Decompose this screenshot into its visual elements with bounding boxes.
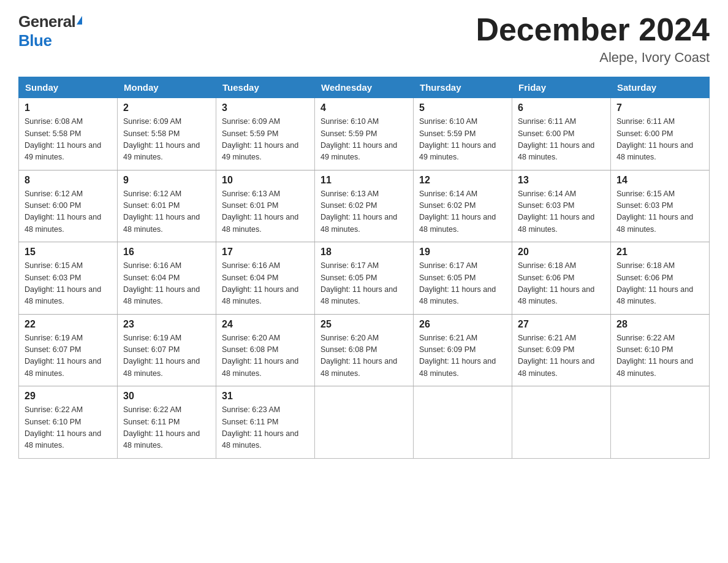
day-number: 3	[222, 102, 309, 113]
day-number: 6	[518, 102, 605, 113]
calendar-cell: 24Sunrise: 6:20 AMSunset: 6:08 PMDayligh…	[216, 314, 315, 386]
day-number: 21	[616, 247, 703, 258]
calendar-cell: 13Sunrise: 6:14 AMSunset: 6:03 PMDayligh…	[512, 170, 611, 242]
calendar-week-row-5: 29Sunrise: 6:22 AMSunset: 6:10 PMDayligh…	[19, 386, 710, 459]
day-number: 9	[123, 175, 210, 186]
day-info: Sunrise: 6:16 AMSunset: 6:04 PMDaylight:…	[222, 260, 309, 308]
day-info: Sunrise: 6:23 AMSunset: 6:11 PMDaylight:…	[222, 404, 309, 452]
calendar-header-thursday: Thursday	[414, 77, 512, 98]
day-info: Sunrise: 6:19 AMSunset: 6:07 PMDaylight:…	[123, 332, 210, 380]
day-info: Sunrise: 6:09 AMSunset: 5:59 PMDaylight:…	[222, 116, 309, 164]
day-info: Sunrise: 6:13 AMSunset: 6:01 PMDaylight:…	[222, 188, 309, 236]
day-number: 7	[616, 102, 703, 113]
day-number: 13	[518, 175, 605, 186]
calendar-cell: 10Sunrise: 6:13 AMSunset: 6:01 PMDayligh…	[216, 170, 315, 242]
day-info: Sunrise: 6:17 AMSunset: 6:05 PMDaylight:…	[419, 260, 506, 308]
day-number: 8	[25, 175, 112, 186]
calendar-cell: 6Sunrise: 6:11 AMSunset: 6:00 PMDaylight…	[512, 98, 611, 170]
calendar-cell: 3Sunrise: 6:09 AMSunset: 5:59 PMDaylight…	[216, 98, 315, 170]
day-info: Sunrise: 6:21 AMSunset: 6:09 PMDaylight:…	[518, 332, 605, 380]
calendar-cell: 31Sunrise: 6:23 AMSunset: 6:11 PMDayligh…	[216, 386, 315, 459]
day-info: Sunrise: 6:20 AMSunset: 6:08 PMDaylight:…	[222, 332, 309, 380]
day-number: 23	[123, 319, 210, 330]
calendar-cell: 26Sunrise: 6:21 AMSunset: 6:09 PMDayligh…	[414, 314, 512, 386]
logo: General Blue	[18, 12, 82, 50]
day-info: Sunrise: 6:14 AMSunset: 6:02 PMDaylight:…	[419, 188, 506, 236]
calendar-header-sunday: Sunday	[19, 77, 118, 98]
day-number: 29	[25, 391, 112, 402]
day-info: Sunrise: 6:10 AMSunset: 5:59 PMDaylight:…	[320, 116, 408, 164]
location: Alepe, Ivory Coast	[476, 50, 710, 66]
calendar-header-wednesday: Wednesday	[315, 77, 414, 98]
day-number: 18	[320, 247, 408, 258]
calendar-cell: 20Sunrise: 6:18 AMSunset: 6:06 PMDayligh…	[512, 242, 611, 315]
calendar-header-tuesday: Tuesday	[216, 77, 315, 98]
calendar-cell: 11Sunrise: 6:13 AMSunset: 6:02 PMDayligh…	[315, 170, 414, 242]
day-number: 16	[123, 247, 210, 258]
calendar-cell	[315, 386, 414, 459]
calendar-cell: 21Sunrise: 6:18 AMSunset: 6:06 PMDayligh…	[611, 242, 710, 315]
day-number: 14	[616, 175, 703, 186]
day-number: 28	[616, 319, 703, 330]
day-number: 30	[123, 391, 210, 402]
day-info: Sunrise: 6:22 AMSunset: 6:11 PMDaylight:…	[123, 404, 210, 452]
day-number: 20	[518, 247, 605, 258]
day-number: 1	[25, 102, 112, 113]
logo-blue-text: Blue	[18, 31, 51, 50]
day-info: Sunrise: 6:16 AMSunset: 6:04 PMDaylight:…	[123, 260, 210, 308]
day-number: 15	[25, 247, 112, 258]
calendar-cell: 22Sunrise: 6:19 AMSunset: 6:07 PMDayligh…	[19, 314, 118, 386]
day-info: Sunrise: 6:22 AMSunset: 6:10 PMDaylight:…	[25, 404, 112, 452]
calendar-cell: 15Sunrise: 6:15 AMSunset: 6:03 PMDayligh…	[19, 242, 118, 315]
day-number: 12	[419, 175, 506, 186]
day-number: 31	[222, 391, 309, 402]
calendar-cell: 1Sunrise: 6:08 AMSunset: 5:58 PMDaylight…	[19, 98, 118, 170]
calendar-cell: 2Sunrise: 6:09 AMSunset: 5:58 PMDaylight…	[118, 98, 216, 170]
day-info: Sunrise: 6:10 AMSunset: 5:59 PMDaylight:…	[419, 116, 506, 164]
calendar-cell: 5Sunrise: 6:10 AMSunset: 5:59 PMDaylight…	[414, 98, 512, 170]
day-number: 19	[419, 247, 506, 258]
day-number: 27	[518, 319, 605, 330]
calendar-cell	[611, 386, 710, 459]
calendar-header-row: SundayMondayTuesdayWednesdayThursdayFrid…	[19, 77, 710, 98]
calendar-cell: 17Sunrise: 6:16 AMSunset: 6:04 PMDayligh…	[216, 242, 315, 315]
title-block: December 2024 Alepe, Ivory Coast	[476, 12, 710, 66]
day-number: 5	[419, 102, 506, 113]
calendar-cell: 4Sunrise: 6:10 AMSunset: 5:59 PMDaylight…	[315, 98, 414, 170]
calendar-cell: 25Sunrise: 6:20 AMSunset: 6:08 PMDayligh…	[315, 314, 414, 386]
day-number: 2	[123, 102, 210, 113]
calendar-cell: 30Sunrise: 6:22 AMSunset: 6:11 PMDayligh…	[118, 386, 216, 459]
calendar-week-row-2: 8Sunrise: 6:12 AMSunset: 6:00 PMDaylight…	[19, 170, 710, 242]
day-info: Sunrise: 6:17 AMSunset: 6:05 PMDaylight:…	[320, 260, 408, 308]
day-number: 4	[320, 102, 408, 113]
calendar-cell: 29Sunrise: 6:22 AMSunset: 6:10 PMDayligh…	[19, 386, 118, 459]
day-number: 26	[419, 319, 506, 330]
day-info: Sunrise: 6:13 AMSunset: 6:02 PMDaylight:…	[320, 188, 408, 236]
calendar-cell: 9Sunrise: 6:12 AMSunset: 6:01 PMDaylight…	[118, 170, 216, 242]
day-number: 22	[25, 319, 112, 330]
calendar-cell: 27Sunrise: 6:21 AMSunset: 6:09 PMDayligh…	[512, 314, 611, 386]
day-info: Sunrise: 6:14 AMSunset: 6:03 PMDaylight:…	[518, 188, 605, 236]
day-number: 10	[222, 175, 309, 186]
calendar-cell: 23Sunrise: 6:19 AMSunset: 6:07 PMDayligh…	[118, 314, 216, 386]
calendar-cell: 7Sunrise: 6:11 AMSunset: 6:00 PMDaylight…	[611, 98, 710, 170]
day-info: Sunrise: 6:12 AMSunset: 6:01 PMDaylight:…	[123, 188, 210, 236]
calendar-cell: 28Sunrise: 6:22 AMSunset: 6:10 PMDayligh…	[611, 314, 710, 386]
calendar-cell: 16Sunrise: 6:16 AMSunset: 6:04 PMDayligh…	[118, 242, 216, 315]
day-info: Sunrise: 6:12 AMSunset: 6:00 PMDaylight:…	[25, 188, 112, 236]
day-number: 24	[222, 319, 309, 330]
day-info: Sunrise: 6:21 AMSunset: 6:09 PMDaylight:…	[419, 332, 506, 380]
calendar-header-saturday: Saturday	[611, 77, 710, 98]
day-info: Sunrise: 6:08 AMSunset: 5:58 PMDaylight:…	[25, 116, 112, 164]
logo-general-text: General	[18, 12, 75, 31]
day-info: Sunrise: 6:09 AMSunset: 5:58 PMDaylight:…	[123, 116, 210, 164]
day-info: Sunrise: 6:22 AMSunset: 6:10 PMDaylight:…	[616, 332, 703, 380]
day-info: Sunrise: 6:15 AMSunset: 6:03 PMDaylight:…	[616, 188, 703, 236]
day-info: Sunrise: 6:15 AMSunset: 6:03 PMDaylight:…	[25, 260, 112, 308]
day-info: Sunrise: 6:11 AMSunset: 6:00 PMDaylight:…	[616, 116, 703, 164]
calendar-week-row-4: 22Sunrise: 6:19 AMSunset: 6:07 PMDayligh…	[19, 314, 710, 386]
calendar-week-row-1: 1Sunrise: 6:08 AMSunset: 5:58 PMDaylight…	[19, 98, 710, 170]
day-info: Sunrise: 6:19 AMSunset: 6:07 PMDaylight:…	[25, 332, 112, 380]
day-info: Sunrise: 6:18 AMSunset: 6:06 PMDaylight:…	[616, 260, 703, 308]
month-title: December 2024	[476, 12, 710, 47]
